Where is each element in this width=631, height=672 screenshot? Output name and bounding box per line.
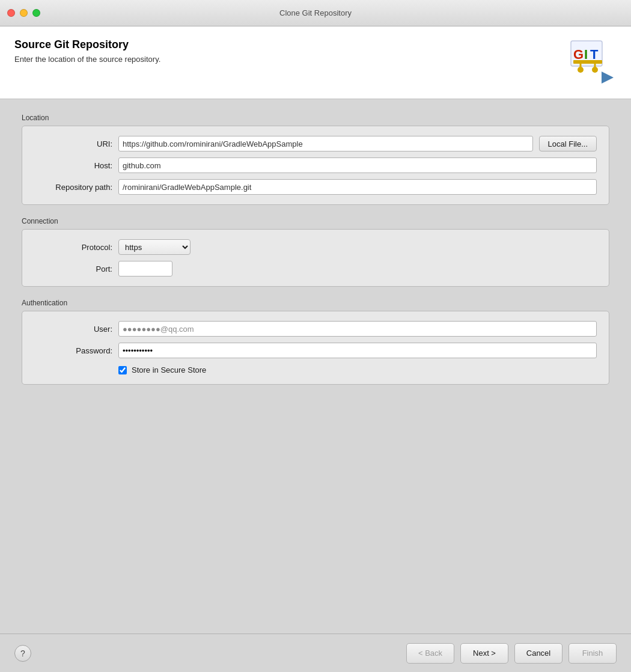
user-row: User: — [34, 321, 597, 337]
footer: ? < Back Next > Cancel Finish — [0, 634, 631, 672]
header-section: Source Git Repository Enter the location… — [0, 26, 631, 99]
authentication-box: User: Password: Store in Secure Store — [22, 311, 609, 385]
repo-path-row: Repository path: — [34, 179, 597, 195]
git-logo-svg: G I T — [569, 38, 617, 87]
body-area: Location URI: Local File... Host: Reposi… — [0, 99, 631, 634]
port-row: Port: — [34, 261, 597, 276]
window-controls — [7, 9, 40, 17]
repo-path-input[interactable] — [118, 179, 597, 195]
cancel-button[interactable]: Cancel — [514, 643, 562, 664]
protocol-select[interactable]: https ssh git — [118, 239, 191, 255]
port-label: Port: — [34, 264, 112, 273]
svg-text:T: T — [590, 47, 599, 62]
connection-section: Connection Protocol: https ssh git Port: — [22, 217, 609, 287]
git-logo: G I T — [569, 38, 617, 87]
minimize-button[interactable] — [20, 9, 28, 17]
maximize-button[interactable] — [32, 9, 40, 17]
location-box: URI: Local File... Host: Repository path… — [22, 126, 609, 205]
password-row: Password: — [34, 343, 597, 358]
help-button[interactable]: ? — [14, 645, 31, 662]
secure-store-row: Store in Secure Store — [34, 365, 597, 374]
svg-text:G: G — [573, 47, 584, 62]
svg-marker-9 — [602, 72, 614, 84]
close-button[interactable] — [7, 9, 15, 17]
footer-left: ? — [14, 645, 31, 662]
header-text: Source Git Repository Enter the location… — [14, 38, 160, 64]
authentication-section: Authentication User: Password: Store in … — [22, 299, 609, 385]
location-section: Location URI: Local File... Host: Reposi… — [22, 114, 609, 205]
location-label: Location — [22, 114, 609, 122]
host-label: Host: — [34, 161, 112, 170]
connection-box: Protocol: https ssh git Port: — [22, 229, 609, 287]
title-bar: Clone Git Repository — [0, 0, 631, 26]
main-content: Source Git Repository Enter the location… — [0, 26, 631, 634]
uri-input[interactable] — [118, 136, 533, 151]
back-button[interactable]: < Back — [406, 643, 454, 664]
window-title: Clone Git Repository — [279, 8, 352, 17]
protocol-row: Protocol: https ssh git — [34, 239, 597, 255]
host-input[interactable] — [118, 157, 597, 173]
password-input[interactable] — [118, 343, 597, 358]
uri-label: URI: — [34, 139, 112, 148]
secure-store-label[interactable]: Store in Secure Store — [132, 365, 206, 374]
authentication-label: Authentication — [22, 299, 609, 307]
repo-label: Repository path: — [34, 183, 112, 192]
port-input[interactable] — [118, 261, 172, 276]
svg-text:I: I — [584, 47, 588, 62]
local-file-button[interactable]: Local File... — [539, 136, 597, 151]
protocol-label: Protocol: — [34, 243, 112, 252]
svg-rect-4 — [573, 60, 602, 64]
finish-button[interactable]: Finish — [569, 643, 617, 664]
user-input[interactable] — [118, 321, 597, 337]
user-label: User: — [34, 325, 112, 334]
header-subtitle: Enter the location of the source reposit… — [14, 55, 160, 64]
next-button[interactable]: Next > — [460, 643, 508, 664]
host-row: Host: — [34, 157, 597, 173]
password-label: Password: — [34, 346, 112, 355]
connection-label: Connection — [22, 217, 609, 225]
secure-store-checkbox[interactable] — [118, 366, 127, 374]
header-title: Source Git Repository — [14, 38, 160, 51]
footer-right: < Back Next > Cancel Finish — [406, 643, 617, 664]
uri-row: URI: Local File... — [34, 136, 597, 151]
